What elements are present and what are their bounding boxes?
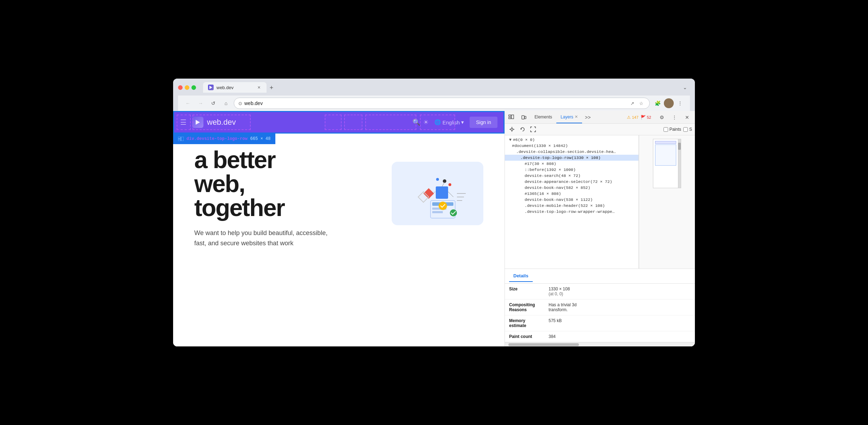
layer-1365[interactable]: #1365(16 × 808) [505, 191, 638, 197]
profile-button[interactable] [664, 98, 674, 108]
s-checkbox[interactable] [683, 127, 688, 132]
address-bar[interactable]: ⊙ web.dev ↗ ☆ [234, 98, 650, 109]
layer-label-17: #17(30 × 808) [525, 161, 556, 166]
address-actions: ↗ ☆ [628, 99, 645, 107]
browser-tab[interactable]: web.dev ✕ [203, 82, 267, 93]
layer-top-logo-row[interactable]: .devsite-top-logo-row(1330 × 108) [505, 155, 638, 161]
layer-logo-row-wrapper[interactable]: .devsite-top-logo-row-wrapper-wrappe… [505, 209, 638, 215]
layer-collapsible[interactable]: .devsite-collapsible-section.devsite-hea… [505, 149, 638, 155]
layer-label-top-logo-row: .devsite-top-logo-row(1330 × 108) [520, 155, 601, 160]
details-memory-label: Memoryestimate [509, 318, 544, 328]
fit-tool-button[interactable] [529, 125, 537, 134]
rotate-tool-button[interactable] [518, 125, 527, 134]
devtools-more-options-button[interactable]: ⋮ [669, 112, 680, 123]
devtools-panel: Elements Layers ✕ >> ⚠ 147 🚩 52 [505, 111, 695, 346]
devtools-inspect-icon[interactable] [506, 112, 517, 123]
pan-tool-button[interactable] [508, 125, 516, 134]
svg-marker-1 [196, 120, 200, 125]
theme-dashed-box [344, 115, 362, 130]
tab-favicon [208, 85, 214, 90]
browser-menu-button[interactable]: ⋮ [675, 98, 685, 108]
content-area: ☰ web.dev [173, 111, 695, 346]
traffic-light-yellow[interactable] [185, 85, 189, 90]
page-illustration [392, 162, 483, 225]
svg-line-18 [448, 192, 453, 197]
extensions-button[interactable]: 🧩 [653, 98, 662, 108]
canvas-minimap [653, 139, 681, 188]
tab-layers[interactable]: Layers ✕ [556, 111, 582, 123]
search-dashed-box [325, 115, 342, 130]
element-tooltip: div.devsite-top-logo-row 665 × 48 [173, 134, 275, 144]
webdev-theme-icon[interactable]: ☀ [423, 118, 429, 126]
layer-mobile-header[interactable]: .devsite-mobile-header(522 × 108) [505, 203, 638, 209]
home-button[interactable]: ⌂ [221, 98, 231, 108]
scrollbar-thumb[interactable] [508, 343, 579, 346]
layer-label-document: #document(1330 × 14842) [512, 143, 568, 148]
devtools-close-button[interactable]: ✕ [681, 112, 693, 123]
bookmark-button[interactable]: ☆ [637, 99, 645, 107]
webdev-language-button[interactable]: 🌐 English ▾ [434, 119, 464, 125]
layer-document[interactable]: #document(1330 × 14842) [505, 143, 638, 149]
svg-rect-28 [525, 116, 526, 119]
paints-checkbox[interactable] [664, 127, 668, 132]
details-size-label: Size [509, 287, 544, 291]
traffic-light-green[interactable] [191, 85, 196, 90]
canvas-scrollbar[interactable] [678, 139, 681, 188]
layers-tab-close[interactable]: ✕ [575, 115, 578, 119]
layers-scrollbar[interactable] [505, 342, 695, 346]
layer-root[interactable]: ▼ #6(0 × 0) [505, 137, 638, 143]
svg-rect-2 [178, 137, 181, 138]
reload-button[interactable]: ↺ [208, 98, 218, 108]
layer-before[interactable]: ::before(1392 × 1000) [505, 167, 638, 173]
layer-book-nav-2[interactable]: devsite-book-nav(538 × 1122) [505, 197, 638, 203]
webdev-search-icon[interactable]: 🔍 [412, 118, 420, 126]
svg-rect-24 [509, 115, 511, 116]
layer-17[interactable]: #17(30 × 808) [505, 161, 638, 167]
devtools-right-icons: ⚙ ⋮ ✕ [654, 112, 695, 123]
tab-close-button[interactable]: ✕ [256, 85, 262, 90]
details-paint-count-row: Paint count 384 [505, 331, 695, 342]
svg-point-16 [448, 183, 451, 186]
address-security-icon: ⊙ [238, 101, 242, 106]
forward-button[interactable]: → [196, 98, 206, 108]
new-tab-button[interactable]: + [267, 83, 276, 93]
paints-checkbox-label[interactable]: Paints [664, 127, 681, 132]
svg-line-19 [442, 182, 445, 186]
layer-label-root: #6(0 × 0) [513, 137, 535, 142]
layer-devsite-search[interactable]: devsite-search(48 × 72) [505, 173, 638, 179]
profile-avatar [664, 98, 674, 108]
more-tabs-button[interactable]: >> [582, 115, 593, 120]
layer-label-logo-row-wrapper: .devsite-top-logo-row-wrapper-wrappe… [525, 209, 615, 214]
layer-appearance-selector[interactable]: devsite-appearance-selector(72 × 72) [505, 179, 638, 185]
devtools-settings-button[interactable]: ⚙ [656, 112, 667, 123]
lang-dashed-box [365, 115, 416, 130]
page-heading: a better web, together [194, 148, 378, 220]
layer-label-devsite-search: devsite-search(48 × 72) [525, 173, 581, 178]
tab-elements[interactable]: Elements [530, 111, 556, 123]
share-button[interactable]: ↗ [628, 99, 636, 107]
traffic-light-red[interactable] [178, 85, 183, 90]
tooltip-class: div.devsite-top-logo-row [187, 136, 247, 141]
browser-window: web.dev ✕ + ⌄ ← → ↺ ⌂ ⊙ web.dev ↗ ☆ [173, 79, 695, 346]
s-checkbox-label[interactable]: S [683, 127, 692, 132]
signin-button[interactable]: Sign in [470, 117, 497, 128]
warning-badge[interactable]: ⚠ 147 [627, 115, 638, 120]
svg-point-29 [511, 128, 513, 130]
layer-book-nav-1[interactable]: devsite-book-nav(582 × 852) [505, 185, 638, 191]
canvas-element-header [655, 141, 676, 144]
details-header-row: Details [505, 269, 695, 284]
webdev-menu-icon[interactable]: ☰ [180, 118, 187, 127]
canvas-element-body [655, 144, 676, 166]
devtools-body: ▼ #6(0 × 0) #document(1330 × 14842) .dev… [505, 135, 695, 269]
webdev-header: ☰ web.dev [173, 111, 505, 134]
details-paint-count-value: 384 [549, 334, 556, 339]
error-badge[interactable]: 🚩 52 [641, 115, 651, 120]
back-button[interactable]: ← [183, 98, 193, 108]
lang-arrow-icon: ▾ [461, 119, 464, 125]
details-header: Details [509, 270, 533, 282]
canvas-scrollbar-thumb[interactable] [678, 143, 681, 150]
devtools-device-icon[interactable] [518, 112, 530, 123]
details-size-row: Size 1330 × 108(at 0, 0) [505, 284, 695, 300]
tab-bar: web.dev ✕ + [203, 82, 276, 93]
window-collapse-button[interactable]: ⌄ [680, 82, 690, 92]
